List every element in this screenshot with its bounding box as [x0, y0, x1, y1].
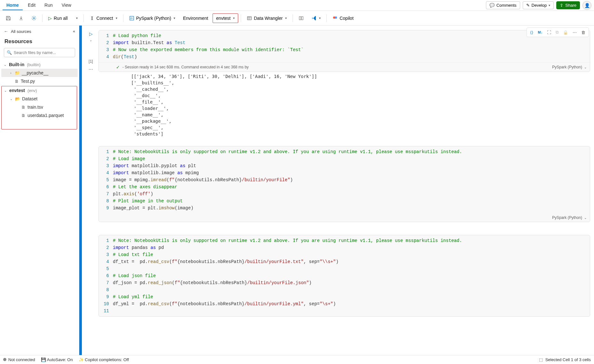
back-button[interactable]: ←	[4, 29, 8, 34]
run-all-button[interactable]: ▷ Run all	[45, 14, 71, 23]
svg-rect-3	[299, 17, 301, 20]
copilot-status[interactable]: ✨ Copilot completions: Off	[79, 357, 129, 362]
chevron-down-icon: ▾	[319, 16, 321, 20]
cell-language-selector[interactable]: PySpark (Python) ⌄	[552, 215, 587, 220]
run-cell-button[interactable]: ▷	[89, 31, 93, 36]
environment-select[interactable]: envtest ▾	[213, 13, 238, 23]
comments-button[interactable]: 💬 Comments	[486, 1, 520, 9]
notebook-area: ⟨⟩ M↓ ⛶ ⧉ 🔒 ⋯ 🗑 ▷ ⌄ [1] ⋯	[79, 26, 594, 355]
table-icon	[247, 16, 252, 21]
toolbar: ▷ Run all ▾ Connect ▾ PySpark (Python) ▾…	[0, 11, 594, 26]
menu-run[interactable]: Run	[41, 1, 57, 10]
save-button[interactable]	[3, 14, 14, 23]
connect-button[interactable]: Connect ▾	[86, 14, 121, 23]
active-cell-gutter	[79, 26, 82, 355]
line-numbers: 1234567891011	[99, 237, 113, 314]
chevron-down-icon: ▾	[233, 16, 235, 20]
kernel-label: PySpark (Python)	[136, 16, 171, 21]
expand-button[interactable]: ⛶	[545, 28, 553, 36]
selection-icon: ⬚	[539, 357, 543, 362]
layout-button[interactable]	[295, 14, 307, 23]
code-content[interactable]: # Note: NotebookUtils is only supported …	[113, 237, 590, 314]
line-numbers: 123456789	[99, 148, 113, 212]
menu-home[interactable]: Home	[3, 1, 23, 10]
svg-rect-2	[247, 17, 251, 20]
download-icon	[19, 16, 24, 21]
envtest-label: envtest	[216, 16, 231, 21]
copilot-button[interactable]: Copilot	[329, 13, 357, 23]
chevron-down-icon: ▾	[174, 16, 175, 20]
status-dot-icon	[3, 358, 6, 361]
environment-label-btn[interactable]: Environment	[180, 14, 211, 23]
share-label: Share	[565, 3, 576, 8]
status-text: - Session ready in 14 sec 608 ms. Comman…	[122, 65, 249, 69]
pycache-label: __pycache__	[22, 70, 48, 75]
builtin-label: Built-in	[9, 62, 24, 67]
collapse-sidebar-button[interactable]: «	[73, 29, 75, 34]
tree-node-builtin[interactable]: ⌄ Built-in (builtin)	[1, 60, 78, 69]
check-icon: ✓	[116, 65, 120, 70]
cell-output-menu[interactable]: ⋯	[89, 67, 93, 72]
tree-node-testpy[interactable]: 🗎 Test.py	[1, 77, 78, 85]
code-cell-button[interactable]: ⟨⟩	[528, 28, 535, 36]
tree-node-userdata[interactable]: 🗎 userdata1.parquet	[2, 111, 77, 120]
share-button[interactable]: ⇪ Share	[556, 1, 580, 9]
search-box[interactable]: 🔍	[4, 48, 75, 57]
dataset-label: Dataset	[22, 96, 37, 101]
folder-open-icon: 📂	[15, 97, 20, 101]
file-icon: 🗎	[15, 79, 19, 84]
autosave-status[interactable]: 💾 AutoSave: On	[41, 357, 73, 362]
vscode-button[interactable]: ▾	[308, 14, 324, 23]
comments-label: Comments	[496, 3, 517, 8]
search-input[interactable]	[14, 50, 72, 55]
chevron-down-icon: ▾	[116, 16, 117, 20]
envtest-section-highlight: ⌄ envtest (env) ⌄ 📂 Dataset 🗎 train.tsv	[1, 86, 77, 129]
selection-status: Selected Cell 1 of 3 cells	[545, 357, 591, 362]
connection-status[interactable]: Not connected	[3, 357, 35, 362]
kernel-button[interactable]: PySpark (Python) ▾	[126, 14, 179, 23]
code-cell-1[interactable]: 1234 # Load python file import builtin.T…	[98, 30, 590, 72]
menubar: Home Edit Run View 💬 Comments ✎ Develop …	[0, 0, 594, 11]
run-all-menu[interactable]: ▾	[72, 14, 81, 22]
all-sources-label[interactable]: All sources	[11, 29, 31, 34]
envtest-label: envtest	[9, 88, 25, 93]
svg-rect-4	[301, 17, 303, 20]
develop-label: Develop	[532, 3, 547, 8]
tree-node-pycache[interactable]: › 📁 __pycache__	[1, 69, 78, 77]
code-content[interactable]: # Load python file import builtin.Test a…	[113, 32, 590, 60]
data-wrangler-button[interactable]: Data Wrangler ▾	[244, 14, 290, 23]
tree-node-envtest[interactable]: ⌄ envtest (env)	[2, 86, 77, 95]
avatar[interactable]: 👤	[582, 1, 591, 10]
settings-button[interactable]	[28, 14, 40, 23]
svg-point-6	[335, 16, 337, 19]
delete-button[interactable]: 🗑	[579, 28, 587, 36]
share-icon: ⇪	[560, 3, 563, 8]
train-label: train.tsv	[27, 105, 43, 110]
tree-node-train[interactable]: 🗎 train.tsv	[2, 103, 77, 111]
more-button[interactable]: ⋯	[571, 28, 579, 36]
sidebar-title: Resources	[0, 37, 79, 48]
code-content[interactable]: # Note: NotebookUtils is only supported …	[113, 148, 590, 212]
chevron-down-icon: ⌄	[3, 63, 7, 66]
run-cell-menu[interactable]: ⌄	[90, 38, 92, 42]
environment-label: Environment	[183, 16, 208, 21]
code-cell-2[interactable]: 123456789 # Note: NotebookUtils is only …	[98, 146, 590, 222]
statusbar: Not connected 💾 AutoSave: On ✨ Copilot c…	[0, 355, 594, 364]
save-icon	[6, 16, 11, 21]
userdata-label: userdata1.parquet	[27, 113, 64, 118]
kernel-icon	[129, 16, 134, 21]
copy-button[interactable]: ⧉	[554, 28, 560, 36]
copilot-label: Copilot	[340, 16, 354, 21]
menu-view[interactable]: View	[58, 1, 75, 10]
menu-edit[interactable]: Edit	[24, 1, 39, 10]
download-button[interactable]	[15, 14, 27, 23]
tree-node-dataset[interactable]: ⌄ 📂 Dataset	[2, 95, 77, 103]
line-numbers: 1234	[99, 32, 113, 60]
cell-language-selector[interactable]: PySpark (Python) ⌄	[552, 65, 587, 69]
develop-button[interactable]: ✎ Develop ▾	[523, 1, 554, 9]
copilot-icon	[332, 15, 338, 21]
lock-button[interactable]: 🔒	[561, 28, 570, 36]
chevron-down-icon: ⌄	[9, 97, 13, 101]
code-cell-3[interactable]: 1234567891011 # Note: NotebookUtils is o…	[98, 235, 590, 317]
markdown-cell-button[interactable]: M↓	[536, 28, 544, 36]
